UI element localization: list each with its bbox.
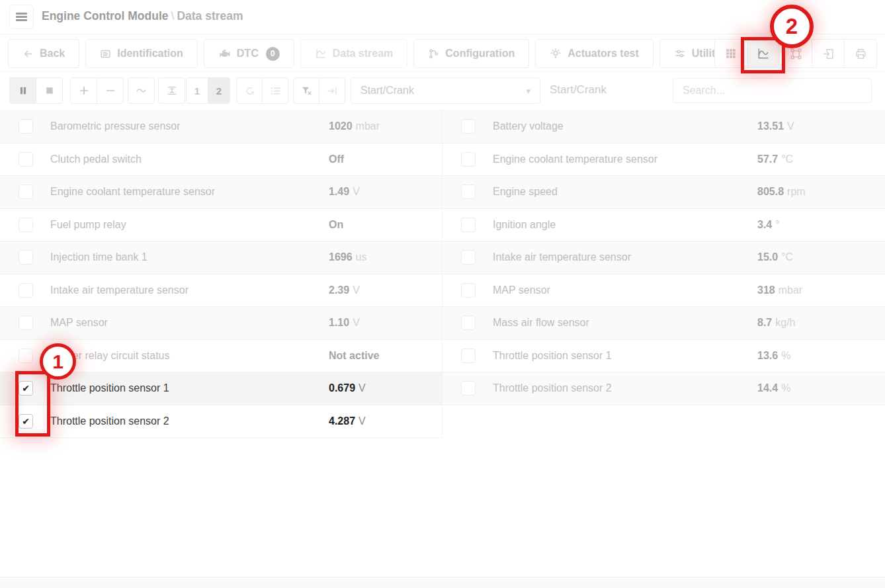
- tabs: Back Identification DTC 0 Data stream Co…: [8, 39, 736, 68]
- clear-filter-icon: [301, 85, 312, 97]
- param-value-cell: 1.10V: [329, 317, 360, 329]
- param-unit: %: [781, 382, 790, 394]
- table-row[interactable]: MAP sensor 318mbar: [442, 274, 885, 308]
- zoom-out-button[interactable]: [97, 77, 124, 104]
- param-value: 1.10: [329, 317, 349, 328]
- page-2-button[interactable]: 2: [208, 77, 230, 104]
- param-value-cell: 805.8rpm: [757, 186, 806, 198]
- clear-chart-button[interactable]: [236, 77, 263, 104]
- param-unit: V: [353, 186, 360, 197]
- actuators-test-icon: [550, 48, 562, 60]
- tab-actuators-test[interactable]: Actuators test: [535, 39, 653, 68]
- tab-identification[interactable]: Identification: [85, 39, 198, 68]
- table-row[interactable]: Ignition angle 3.4°: [442, 209, 885, 242]
- breadcrumb-module: Engine Control Module: [42, 9, 169, 22]
- menu-icon: [16, 13, 27, 21]
- parameter-column-right: Battery voltage 13.51V Engine coolant te…: [442, 110, 885, 405]
- print-icon: [855, 48, 867, 60]
- breadcrumb-page: Data stream: [177, 9, 243, 22]
- row-checkbox[interactable]: [461, 349, 476, 363]
- header: Engine Control Module\Data stream 13.51 …: [0, 0, 885, 34]
- clear-filter-button[interactable]: [293, 77, 319, 104]
- smoothing-button[interactable]: [128, 77, 155, 104]
- row-checkbox[interactable]: [461, 152, 476, 167]
- table-row[interactable]: MAP sensor 1.10V: [0, 307, 442, 340]
- fit-height-button[interactable]: [158, 77, 185, 104]
- table-row[interactable]: ✔ Throttle position sensor 2 4.287V: [0, 405, 442, 439]
- fit-group: [158, 77, 185, 104]
- param-label: MAP sensor: [493, 284, 550, 296]
- param-unit: °C: [781, 153, 793, 165]
- param-value: 318: [757, 284, 775, 296]
- row-checkbox[interactable]: [19, 349, 33, 363]
- tab-dtc[interactable]: DTC 0: [204, 39, 294, 68]
- export-button[interactable]: [812, 39, 845, 68]
- smoothing-icon: [136, 85, 147, 97]
- list-button[interactable]: [262, 77, 288, 104]
- param-value: 57.7: [757, 153, 778, 165]
- param-label: Ignition angle: [493, 219, 556, 231]
- row-checkbox[interactable]: [461, 218, 476, 232]
- group-select[interactable]: Start/Crank ▾: [351, 77, 540, 104]
- row-checkbox[interactable]: [19, 218, 33, 232]
- row-checkbox[interactable]: [461, 250, 476, 265]
- clear-group: [236, 77, 288, 104]
- row-checkbox[interactable]: [461, 283, 476, 298]
- row-checkbox[interactable]: [19, 250, 33, 265]
- table-row[interactable]: Throttle position sensor 1 13.6%: [442, 340, 885, 373]
- param-value-cell: 318mbar: [757, 284, 802, 296]
- row-checkbox[interactable]: [461, 315, 476, 330]
- row-checkbox[interactable]: [19, 283, 33, 298]
- row-checkbox[interactable]: [461, 381, 476, 396]
- print-button[interactable]: [844, 39, 877, 68]
- table-row[interactable]: Throttle position sensor 2 14.4%: [442, 372, 885, 405]
- param-unit: kg/h: [775, 317, 795, 328]
- dtc-count-badge: 0: [266, 47, 280, 61]
- param-value: On: [329, 219, 343, 230]
- param-unit: V: [787, 120, 794, 132]
- tab-configuration[interactable]: Configuration: [413, 39, 529, 68]
- search-input[interactable]: [673, 78, 872, 103]
- chevron-down-icon: ▾: [526, 86, 530, 96]
- table-row[interactable]: Intake air temperature sensor 2.39V: [0, 274, 442, 308]
- jump-to-end-button[interactable]: [319, 77, 345, 104]
- table-row[interactable]: Fuel pump relay On: [0, 209, 442, 242]
- table-row[interactable]: Clutch pedal switch Off: [0, 144, 442, 177]
- frame-view-icon: [790, 48, 802, 60]
- table-row[interactable]: Engine coolant temperature sensor 57.7°C: [442, 144, 885, 177]
- param-unit: mbar: [356, 120, 380, 132]
- app-window: Engine Control Module\Data stream 13.51 …: [0, 0, 885, 588]
- table-row[interactable]: Engine speed 805.8rpm: [442, 176, 885, 209]
- table-row[interactable]: Intake air temperature sensor 15.0°C: [442, 241, 885, 274]
- param-unit: rpm: [787, 186, 806, 197]
- table-row[interactable]: Engine coolant temperature sensor 1.49V: [0, 176, 442, 209]
- row-checkbox[interactable]: [461, 185, 476, 199]
- param-label: Throttle position sensor 2: [493, 382, 612, 394]
- param-value-cell: 1696us: [329, 251, 367, 263]
- param-value: Off: [329, 153, 344, 165]
- tab-data-stream[interactable]: Data stream: [300, 39, 408, 68]
- page-1-button[interactable]: 1: [186, 77, 208, 104]
- param-value-cell: 8.7kg/h: [757, 317, 796, 329]
- table-row[interactable]: Injection time bank 1 1696us: [0, 241, 442, 274]
- list-icon: [270, 85, 281, 97]
- pause-button[interactable]: [9, 77, 36, 104]
- playback-group: [9, 77, 63, 104]
- table-row[interactable]: Battery voltage 13.51V: [442, 110, 885, 144]
- row-checkbox[interactable]: [19, 315, 33, 330]
- stop-button[interactable]: [36, 77, 63, 104]
- param-label: Engine speed: [493, 186, 558, 198]
- parameter-column-left: Barometric pressure sensor 1020mbar Clut…: [0, 110, 442, 438]
- tab-label: Data stream: [333, 48, 394, 60]
- row-checkbox[interactable]: [19, 152, 33, 167]
- zoom-in-button[interactable]: [70, 77, 97, 104]
- param-unit: mbar: [779, 284, 802, 296]
- row-checkbox[interactable]: [461, 119, 476, 134]
- menu-button[interactable]: [9, 5, 34, 29]
- table-row[interactable]: Mass air flow sensor 8.7kg/h: [442, 307, 885, 340]
- group-label: Start/Crank: [550, 83, 607, 97]
- row-checkbox[interactable]: [19, 185, 33, 199]
- table-row[interactable]: Barometric pressure sensor 1020mbar: [0, 110, 442, 144]
- row-checkbox[interactable]: [19, 119, 33, 134]
- back-button[interactable]: Back: [8, 39, 79, 68]
